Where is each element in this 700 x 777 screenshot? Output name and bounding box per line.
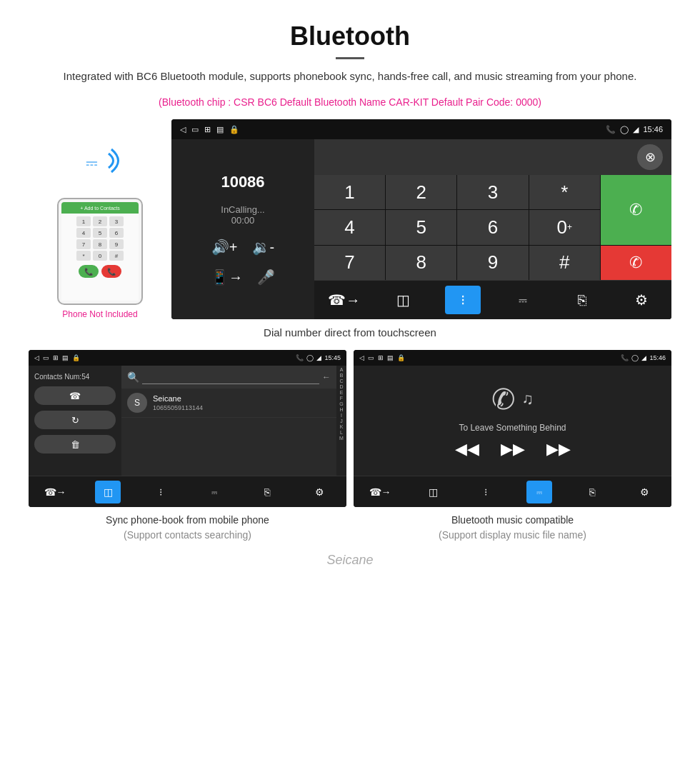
dial-bottom-bar: ☎→ ◫ ⁝ ⎓ ⎘ ⚙: [314, 280, 671, 319]
contacts-bottom-bar: ☎→ ◫ ⁝ ⎓ ⎘ ⚙: [29, 476, 346, 507]
contacts-bottom-dialpad[interactable]: ⁝: [148, 481, 174, 503]
dial-key-7[interactable]: 7: [314, 246, 385, 280]
contact-call-btn[interactable]: ☎: [34, 386, 116, 405]
dial-key-6[interactable]: 6: [457, 210, 528, 244]
music-bottom-phone[interactable]: ☎→: [367, 481, 393, 503]
music-back-icon: ◁: [359, 354, 364, 361]
contacts-sim-icon: ▤: [62, 354, 69, 361]
vol-up-icon[interactable]: 🔊+: [211, 239, 238, 256]
dial-key-star[interactable]: *: [529, 175, 600, 209]
location-icon: ◯: [620, 125, 629, 134]
dial-main-content: 10086 InCalling... 00:00 🔊+ 🔉- 📱→ 🎤 ⊗: [171, 139, 671, 319]
contacts-bottom-bluetooth[interactable]: ⎓: [201, 481, 227, 503]
phone-not-included-label: Phone Not Included: [62, 309, 137, 319]
dial-key-2[interactable]: 2: [386, 175, 456, 209]
phone-key-6: 6: [109, 228, 124, 238]
contacts-location-icon: ◯: [306, 354, 314, 361]
music-screen-content: ✆ ♫ To Leave Something Behind ◀◀ ▶▶ ▶▶: [354, 366, 671, 476]
music-play-pause-button[interactable]: ▶▶: [501, 440, 525, 458]
music-location-icon: ◯: [631, 354, 639, 361]
bottom-screens: ◁ ▭ ⊞ ▤ 🔒 📞 ◯ ◢ 15:45 Contacts Num:54 ☎: [0, 350, 700, 546]
contacts-bottom-contacts[interactable]: ◫: [95, 481, 121, 503]
music-bottom-bar: ☎→ ◫ ⁝ ⎓ ⎘ ⚙: [354, 476, 671, 507]
bottom-btn-contacts[interactable]: ◫: [386, 286, 421, 314]
music-bottom-phone-out[interactable]: ⎘: [579, 481, 605, 503]
music-song-title: To Leave Something Behind: [459, 423, 566, 433]
contacts-screen-content: Contacts Num:54 ☎ ↻ 🗑 🔍 ← S Seicane: [29, 366, 346, 476]
music-prev-button[interactable]: ◀◀: [455, 440, 479, 458]
music-status-bar: ◁ ▭ ⊞ ▤ 🔒 📞 ◯ ◢ 15:46: [354, 350, 671, 366]
contact-info: Seicane 10655059113144: [153, 394, 203, 411]
contacts-search-input[interactable]: [142, 370, 319, 384]
phone-content: 1 2 3 4 5 6 7 8 9 * 0 #: [61, 214, 139, 301]
status-time: 15:46: [643, 125, 663, 134]
phone-call-red[interactable]: 📞: [101, 265, 121, 278]
phone-left-panel: ⎓ + Add to Contacts 1 2 3 4 5 6: [29, 119, 171, 319]
bottom-btn-bluetooth[interactable]: ⎓: [505, 286, 541, 314]
music-controls: ◀◀ ▶▶ ▶▶: [455, 440, 571, 458]
dial-number-input-row: ⊗: [314, 139, 671, 175]
phone-key-2: 2: [93, 216, 107, 226]
music-next-button[interactable]: ▶▶: [546, 440, 571, 458]
sim-icon: ▤: [216, 125, 224, 134]
dial-left-panel: 10086 InCalling... 00:00 🔊+ 🔉- 📱→ 🎤: [171, 139, 314, 319]
contacts-time: 15:45: [324, 354, 341, 361]
phone-call-green[interactable]: 📞: [79, 265, 99, 278]
backspace-small-icon[interactable]: ←: [322, 372, 331, 382]
status-left: ◁ ▭ ⊞ ▤ 🔒: [180, 125, 239, 134]
phone-key-star: *: [76, 251, 91, 261]
phone-key-1: 1: [76, 216, 91, 226]
music-caption: Bluetooth music compatible(Support displ…: [354, 507, 671, 546]
phone-top-bar: + Add to Contacts: [61, 202, 139, 214]
phone-out-icon[interactable]: 📱→: [211, 269, 243, 286]
dial-key-hash[interactable]: #: [529, 246, 600, 280]
bottom-btn-dialpad[interactable]: ⁝: [445, 286, 481, 314]
dial-key-3[interactable]: 3: [457, 175, 528, 209]
contacts-grid-icon: ⊞: [53, 354, 59, 361]
dial-key-0plus[interactable]: 0+: [529, 210, 600, 244]
contacts-status-left: ◁ ▭ ⊞ ▤ 🔒: [34, 354, 80, 361]
contact-list-item[interactable]: S Seicane 10655059113144: [121, 388, 336, 418]
phone-key-3: 3: [109, 216, 124, 226]
dial-key-1[interactable]: 1: [314, 175, 385, 209]
dial-key-9[interactable]: 9: [457, 246, 528, 280]
bottom-btn-transfer[interactable]: ☎→: [326, 286, 362, 314]
bottom-btn-phone-out[interactable]: ⎘: [564, 286, 600, 314]
bluetooth-wave-icon: ⎓: [79, 141, 121, 191]
music-time: 15:46: [649, 354, 666, 361]
dial-key-4[interactable]: 4: [314, 210, 385, 244]
contact-phone: 10655059113144: [153, 404, 203, 411]
contact-sync-btn[interactable]: ↻: [34, 411, 116, 429]
backspace-button[interactable]: ⊗: [637, 144, 663, 170]
contact-delete-btn[interactable]: 🗑: [34, 435, 116, 453]
main-caption: Dial number direct from touchscreen: [0, 319, 700, 350]
dial-key-5[interactable]: 5: [386, 210, 456, 244]
contacts-count: Contacts Num:54: [34, 373, 116, 381]
contacts-bottom-settings[interactable]: ⚙: [307, 481, 333, 503]
music-bottom-bluetooth[interactable]: ⎓: [526, 481, 552, 503]
dial-key-8[interactable]: 8: [386, 246, 456, 280]
music-status-right: 📞 ◯ ◢ 15:46: [621, 354, 666, 361]
contacts-phone-icon: 📞: [296, 354, 304, 361]
main-screen-wrap: ⎓ + Add to Contacts 1 2 3 4 5 6: [0, 119, 700, 319]
contacts-sidebar: Contacts Num:54 ☎ ↻ 🗑: [29, 366, 121, 476]
page-header: Bluetooth Integrated with BC6 Bluetooth …: [0, 0, 700, 92]
music-status-left: ◁ ▭ ⊞ ▤ 🔒: [359, 354, 405, 361]
contact-avatar: S: [127, 393, 147, 413]
contacts-bottom-phone-out[interactable]: ⎘: [254, 481, 280, 503]
dial-right-panel: ⊗ 1 2 3 * ✆ 4 5 6 0+ 7 8 9 # ✆: [314, 139, 671, 319]
dial-volume-row: 🔊+ 🔉-: [211, 239, 274, 256]
phone-signal-icon: 📞: [606, 125, 616, 134]
music-bottom-dialpad[interactable]: ⁝: [473, 481, 499, 503]
music-bottom-settings[interactable]: ⚙: [632, 481, 658, 503]
svg-text:⎓: ⎓: [86, 151, 98, 174]
back-icon: ◁: [180, 125, 186, 134]
bottom-btn-settings[interactable]: ⚙: [624, 286, 659, 314]
vol-down-icon[interactable]: 🔉-: [252, 239, 275, 256]
music-bottom-contacts[interactable]: ◫: [420, 481, 446, 503]
contacts-bottom-phone[interactable]: ☎→: [42, 481, 68, 503]
call-end-button[interactable]: ✆: [601, 246, 671, 280]
contacts-main: 🔍 ← S Seicane 10655059113144: [121, 366, 336, 476]
mic-icon[interactable]: 🎤: [257, 269, 275, 286]
call-answer-button[interactable]: ✆: [601, 175, 671, 245]
